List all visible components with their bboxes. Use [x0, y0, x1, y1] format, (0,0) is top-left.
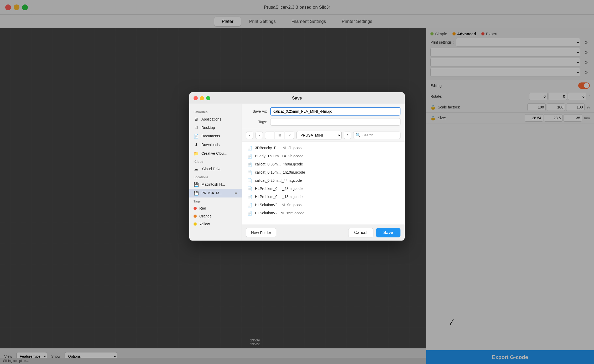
dialog-footer: New Folder Cancel Save [242, 225, 405, 241]
file-item-7[interactable]: 📄 HLSolutionV2...INI_9m.gcode [242, 201, 405, 209]
sidebar-item-creative-cloud[interactable]: 📁 Creative Clou... [189, 149, 242, 158]
desktop-icon: 🖥 [194, 125, 199, 130]
file-item-6[interactable]: 📄 HLProblem_0....l_18m.gcode [242, 193, 405, 201]
file-item-8[interactable]: 📄 HLSolutionV2...NI_15m.gcode [242, 209, 405, 217]
dialog-min-btn[interactable] [200, 96, 204, 100]
file-list[interactable]: 📄 3DBenchy_PL...INI_2h.gcode 📄 Buddy_150… [242, 142, 405, 225]
macintosh-hd-label: Macintosh H... [201, 182, 225, 186]
tag-red-label: Red [199, 206, 206, 210]
save-dialog: Save Favorites 🖥 Applications 🖥 Desktop … [189, 92, 405, 241]
save-as-row: Save As: [246, 107, 400, 116]
sidebar-item-prusa-mini[interactable]: 💾 PRUSA_M... ⏏ [189, 189, 242, 197]
sidebar-item-downloads[interactable]: ⬇ Downloads [189, 141, 242, 149]
prusa-mini-icon: 💾 [194, 191, 199, 196]
creative-cloud-label: Creative Clou... [201, 151, 227, 155]
file-icon-7: 📄 [247, 202, 252, 207]
dialog-sidebar: Favorites 🖥 Applications 🖥 Desktop 📄 Doc… [189, 104, 242, 241]
file-item-2[interactable]: 📄 calicat_0.05m..._4h0m.gcode [242, 160, 405, 168]
sidebar-item-icloud[interactable]: ☁ iCloud Drive [189, 165, 242, 173]
file-icon-3: 📄 [247, 170, 252, 175]
sidebar-item-desktop[interactable]: 🖥 Desktop [189, 123, 242, 132]
file-name-5: HLProblem_0....l_28m.gcode [255, 186, 303, 191]
list-view-btn[interactable]: ☰ [265, 132, 274, 139]
file-icon-2: 📄 [247, 162, 252, 167]
save-as-input[interactable] [270, 107, 400, 116]
prusa-mini-label: PRUSA_M... [201, 191, 222, 195]
grid-view-btn[interactable]: ⊞ [275, 132, 284, 139]
dialog-top-bar: Save As: Tags: [242, 104, 405, 129]
downloads-label: Downloads [201, 143, 220, 147]
file-name-1: Buddy_150um...LA_2h.gcode [255, 154, 303, 158]
file-name-8: HLSolutionV2...NI_15m.gcode [255, 211, 304, 215]
nav-back-btn[interactable]: ‹ [246, 132, 253, 139]
sidebar-item-macintosh-hd[interactable]: 💾 Macintosh H... [189, 180, 242, 189]
file-item-4[interactable]: 📄 calicat_0.25m...l_44m.gcode [242, 176, 405, 185]
dialog-window-controls [194, 96, 210, 100]
search-box: 🔍 [353, 132, 400, 139]
applications-label: Applications [201, 117, 221, 121]
sidebar-item-tag-orange[interactable]: Orange [189, 212, 242, 220]
file-icon-6: 📄 [247, 194, 252, 199]
location-select[interactable]: PRUSA_MINI [296, 131, 342, 139]
file-icon-1: 📄 [247, 154, 252, 159]
file-name-2: calicat_0.05m..._4h0m.gcode [255, 162, 303, 166]
downloads-icon: ⬇ [194, 142, 199, 147]
macintosh-hd-icon: 💾 [194, 182, 199, 187]
icloud-icon: ☁ [194, 167, 199, 171]
location-chevron-btn[interactable]: ∧ [344, 132, 351, 139]
chevron-view-btn[interactable]: ∨ [285, 132, 294, 139]
sidebar-item-tag-yellow[interactable]: Yellow [189, 220, 242, 228]
file-item-1[interactable]: 📄 Buddy_150um...LA_2h.gcode [242, 152, 405, 160]
documents-icon: 📄 [194, 134, 199, 139]
file-name-4: calicat_0.25m...l_44m.gcode [255, 178, 302, 183]
dialog-overlay: Save Favorites 🖥 Applications 🖥 Desktop … [0, 0, 594, 364]
file-name-3: calicat_0.15m..._1h10m.gcode [255, 170, 305, 174]
tags-label: Tags: [246, 120, 267, 124]
tag-red-dot [194, 207, 197, 210]
search-icon: 🔍 [356, 133, 361, 138]
sidebar-item-applications[interactable]: 🖥 Applications [189, 115, 242, 123]
tag-orange-dot [194, 215, 197, 218]
desktop-label: Desktop [201, 126, 215, 130]
file-name-7: HLSolutionV2...INI_9m.gcode [255, 203, 303, 207]
icloud-label: iCloud Drive [201, 167, 221, 171]
cancel-button[interactable]: Cancel [348, 228, 373, 237]
file-item-5[interactable]: 📄 HLProblem_0....l_28m.gcode [242, 185, 405, 193]
file-item-0[interactable]: 📄 3DBenchy_PL...INI_2h.gcode [242, 144, 405, 152]
nav-forward-btn[interactable]: › [256, 132, 263, 139]
tag-yellow-dot [194, 222, 197, 226]
tags-input[interactable] [270, 118, 400, 126]
save-as-label: Save As: [246, 109, 267, 113]
tags-section-title: Tags [189, 197, 242, 204]
dialog-max-btn[interactable] [206, 96, 210, 100]
file-icon-8: 📄 [247, 211, 252, 216]
dialog-titlebar: Save [189, 92, 405, 104]
favorites-title: Favorites [189, 108, 242, 115]
file-name-6: HLProblem_0....l_18m.gcode [255, 195, 303, 199]
save-dialog-button[interactable]: Save [376, 228, 400, 237]
file-icon-0: 📄 [247, 145, 252, 150]
dialog-nav-bar: ‹ › ☰ ⊞ ∨ PRUSA_MINI ∧ 🔍 [242, 129, 405, 142]
icloud-title: iCloud [189, 158, 242, 165]
search-input[interactable] [362, 133, 405, 137]
sidebar-item-documents[interactable]: 📄 Documents [189, 132, 242, 141]
dialog-body: Favorites 🖥 Applications 🖥 Desktop 📄 Doc… [189, 104, 405, 241]
sidebar-item-tag-red[interactable]: Red [189, 204, 242, 212]
dialog-main: Save As: Tags: ‹ › ☰ ⊞ ∨ [242, 104, 405, 241]
eject-icon[interactable]: ⏏ [235, 191, 237, 195]
file-item-3[interactable]: 📄 calicat_0.15m..._1h10m.gcode [242, 168, 405, 176]
file-icon-4: 📄 [247, 178, 252, 183]
tag-orange-label: Orange [199, 214, 212, 218]
file-icon-5: 📄 [247, 186, 252, 191]
documents-label: Documents [201, 134, 220, 138]
new-folder-button[interactable]: New Folder [246, 228, 276, 237]
tag-yellow-label: Yellow [199, 222, 210, 226]
dialog-title: Save [194, 96, 400, 101]
creative-cloud-icon: 📁 [194, 151, 199, 156]
file-name-0: 3DBenchy_PL...INI_2h.gcode [255, 146, 303, 150]
locations-title: Locations [189, 173, 242, 180]
view-toggle: ☰ ⊞ ∨ [265, 132, 294, 139]
tags-row: Tags: [246, 118, 400, 126]
applications-icon: 🖥 [194, 117, 199, 122]
dialog-close-btn[interactable] [194, 96, 198, 100]
